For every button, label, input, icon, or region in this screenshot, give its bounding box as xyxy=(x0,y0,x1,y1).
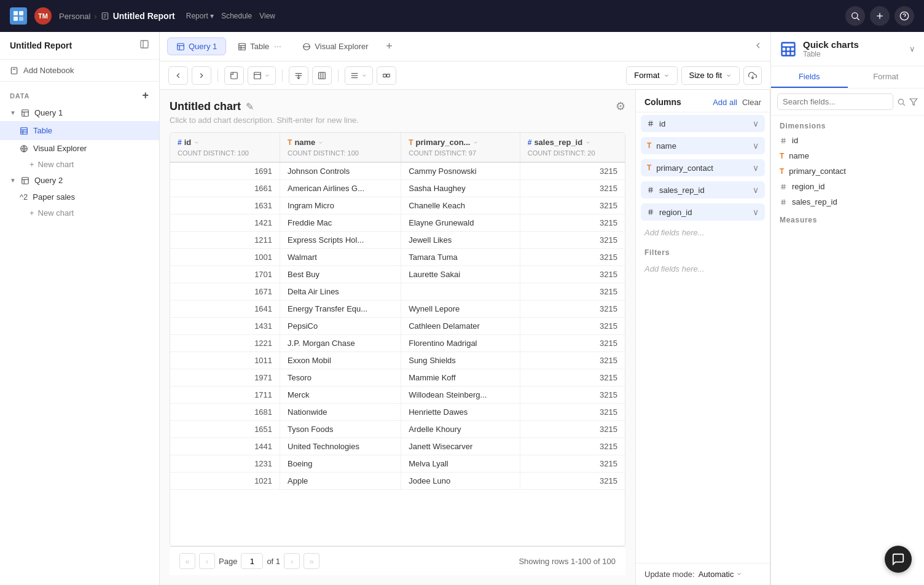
update-mode-value[interactable]: Automatic xyxy=(699,570,742,579)
th-sales-rep[interactable]: # sales_rep_id COUNT DISTINCT: 20 xyxy=(520,133,625,162)
cell-pc: Mammie Koff xyxy=(401,369,520,387)
chart-description[interactable]: Click to add chart description. Shift-en… xyxy=(170,116,625,125)
chip-sr-expand[interactable]: ∨ xyxy=(753,185,759,195)
sidebar-query2[interactable]: ▼ Query 2 xyxy=(0,172,159,189)
th-id[interactable]: # id COUNT DISTINCT: 100 xyxy=(170,133,280,162)
page-last-btn[interactable]: » xyxy=(303,553,319,569)
format-btn[interactable]: Format xyxy=(626,66,677,85)
add-all-btn[interactable]: Add all xyxy=(713,98,737,107)
qc-tab-format[interactable]: Format xyxy=(848,66,925,88)
cell-name: United Technologies xyxy=(280,438,401,455)
collapse-panel-icon[interactable] xyxy=(753,41,763,53)
back-btn[interactable] xyxy=(168,66,188,85)
cell-pc: Henriette Dawes xyxy=(401,404,520,421)
svg-rect-14 xyxy=(141,41,148,48)
size-to-fit-btn[interactable]: Size to fit xyxy=(681,66,740,85)
tab-table-more[interactable]: ⋯ xyxy=(274,42,281,51)
download-btn[interactable] xyxy=(743,66,762,85)
sidebar-item-paper-sales[interactable]: ^2 Paper sales xyxy=(0,189,159,205)
cell-name: Express Scripts Hol... xyxy=(280,232,401,249)
search-icon-btn[interactable] xyxy=(845,6,865,26)
column-chip-name[interactable]: T name ∨ xyxy=(641,137,765,154)
tabs-bar: Query 1 Table ⋯ Visual Explorer + xyxy=(160,32,770,61)
sep1 xyxy=(217,69,218,82)
sr-count: COUNT DISTINCT: 20 xyxy=(528,149,595,157)
qc-tab-fields[interactable]: Fields xyxy=(771,66,848,88)
chart-settings-icon[interactable]: ⚙ xyxy=(616,100,625,113)
svg-rect-21 xyxy=(21,127,28,134)
add-icon-btn[interactable] xyxy=(870,6,890,26)
filter-icon[interactable] xyxy=(909,98,918,106)
chart-title-edit-icon[interactable]: ✎ xyxy=(246,101,254,112)
column-chip-primary-contact[interactable]: T primary_contact ∨ xyxy=(641,159,765,176)
columns-add-fields[interactable]: Add fields here... xyxy=(636,223,770,242)
toolbar: Format Size to fit xyxy=(160,61,770,90)
table-row: 1431 PepsiCo Cathleen Delamater 3215 xyxy=(170,318,625,335)
merge-btn[interactable] xyxy=(377,66,396,85)
cell-sr: 3215 xyxy=(520,455,625,473)
chip-name-expand[interactable]: ∨ xyxy=(753,141,759,151)
filters-add-fields[interactable]: Add fields here... xyxy=(636,259,770,278)
columns-btn[interactable] xyxy=(312,66,332,85)
tab-query1[interactable]: Query 1 xyxy=(167,37,226,55)
update-mode-bar: Update mode: Automatic xyxy=(636,563,770,585)
breadcrumb-workspace[interactable]: Personal xyxy=(59,12,90,21)
search-icon[interactable] xyxy=(897,98,906,106)
qc-field-pc[interactable]: T primary_contact xyxy=(771,163,924,179)
cell-name: PepsiCo xyxy=(280,318,401,335)
qc-collapse-icon[interactable]: ∨ xyxy=(909,44,915,53)
sidebar-report-title: Untitled Report xyxy=(10,41,72,50)
qc-field-region[interactable]: region_id xyxy=(771,179,924,194)
column-chip-id[interactable]: id ∨ xyxy=(641,115,765,132)
clear-btn[interactable]: Clear xyxy=(742,98,761,107)
user-avatar[interactable]: TM xyxy=(34,7,52,25)
sidebar-query1[interactable]: ▼ Query 1 xyxy=(0,104,159,121)
visual-explorer-label: Visual Explorer xyxy=(33,144,149,153)
page-next-btn[interactable]: › xyxy=(284,553,300,569)
svg-line-63 xyxy=(649,210,650,215)
add-tab-btn[interactable]: + xyxy=(380,37,399,56)
column-chip-region[interactable]: region_id ∨ xyxy=(641,203,765,221)
chip-id-expand[interactable]: ∨ xyxy=(753,119,759,128)
forward-btn[interactable] xyxy=(192,66,211,85)
layout-btn[interactable] xyxy=(248,66,276,85)
tab-visual-explorer[interactable]: Visual Explorer xyxy=(293,37,377,55)
page-prev-btn[interactable]: ‹ xyxy=(199,553,215,569)
qc-measures-label: Measures xyxy=(771,210,924,227)
cell-sr: 3215 xyxy=(520,232,625,249)
nav-report[interactable]: Report ▾ xyxy=(184,10,216,22)
new-chart-q2[interactable]: + New chart xyxy=(0,205,159,221)
add-notebook-btn[interactable]: Add Notebook xyxy=(0,60,159,82)
rows-info: Showing rows 1-100 of 100 xyxy=(519,557,616,566)
nav-view[interactable]: View xyxy=(257,10,278,22)
cell-id: 1681 xyxy=(170,404,280,421)
qc-field-id[interactable]: id xyxy=(771,133,924,148)
new-chart-q1[interactable]: + New chart xyxy=(0,157,159,172)
chip-region-expand[interactable]: ∨ xyxy=(753,207,759,217)
tab-table[interactable]: Table ⋯ xyxy=(229,37,291,55)
svg-line-55 xyxy=(649,121,650,127)
add-data-icon[interactable]: + xyxy=(143,89,149,102)
svg-line-59 xyxy=(649,187,650,193)
qc-field-sr[interactable]: sales_rep_id xyxy=(771,194,924,210)
sidebar-item-table[interactable]: Table ⋯ xyxy=(0,121,159,140)
qc-search-input[interactable] xyxy=(777,93,893,110)
sidebar-item-visual-explorer[interactable]: Visual Explorer xyxy=(0,140,159,157)
expand-btn[interactable] xyxy=(224,66,244,85)
chat-bubble[interactable] xyxy=(885,546,912,573)
chip-pc-expand[interactable]: ∨ xyxy=(753,163,759,173)
cell-pc: Wynell Lepore xyxy=(401,300,520,318)
sort-btn[interactable] xyxy=(289,66,308,85)
nav-schedule[interactable]: Schedule xyxy=(219,10,254,22)
page-first-btn[interactable]: « xyxy=(179,553,195,569)
align-btn[interactable] xyxy=(345,66,373,85)
column-chip-sales-rep[interactable]: sales_rep_id ∨ xyxy=(641,181,765,198)
qc-field-name[interactable]: T name xyxy=(771,148,924,163)
page-number-input[interactable] xyxy=(241,553,263,569)
sidebar-toggle-icon[interactable] xyxy=(139,39,149,52)
help-icon-btn[interactable] xyxy=(895,6,914,26)
th-name[interactable]: T name COUNT DISTINCT: 100 xyxy=(280,133,401,162)
th-primary-contact[interactable]: T primary_con... COUNT DISTINCT: 97 xyxy=(401,133,520,162)
cell-id: 1011 xyxy=(170,352,280,369)
hash-field-icon-sr xyxy=(780,198,787,206)
